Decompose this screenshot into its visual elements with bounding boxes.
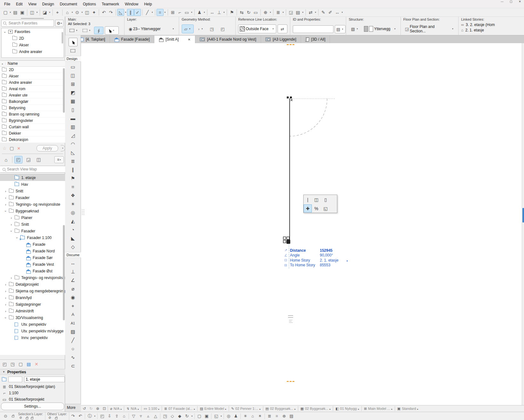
quick-option[interactable]: N/A <box>124 406 141 411</box>
object-tool[interactable]: ❖ <box>69 191 77 200</box>
search-favorites-input[interactable] <box>1 20 54 27</box>
favorites-list-row[interactable]: Akser <box>0 73 65 79</box>
orbit-icon[interactable]: ◎ <box>225 414 232 418</box>
layout-book-tab-icon[interactable]: ◲ <box>24 156 33 163</box>
copy-caret[interactable] <box>36 9 38 16</box>
composite-caret[interactable] <box>393 25 396 32</box>
box-closed-icon[interactable]: ▢ <box>196 414 203 418</box>
quick-option-caret[interactable] <box>225 407 226 410</box>
marquee-caret[interactable] <box>75 27 78 34</box>
guide-lines-icon[interactable]: ◺ <box>117 9 124 16</box>
layer-caret[interactable] <box>172 25 175 32</box>
quick-option-caret[interactable] <box>194 407 195 410</box>
quick-option-caret[interactable] <box>330 407 331 410</box>
expand-icon[interactable]: ⌄ <box>3 30 6 33</box>
grid-element-tool[interactable]: ◔ <box>69 225 77 234</box>
grid-display-icon[interactable]: ⊞ <box>169 9 176 16</box>
tree-scrollbar[interactable] <box>63 225 65 320</box>
floorplan-caret[interactable] <box>451 25 454 32</box>
level-dimension-icon[interactable]: ⊥ <box>216 9 223 16</box>
pet-move-option[interactable]: ✚ <box>304 204 312 212</box>
favorites-item[interactable]: 2D <box>2 35 64 42</box>
roof-tool[interactable]: ◿ <box>69 131 77 140</box>
layouting-caret[interactable] <box>301 9 304 16</box>
find-select-icon[interactable]: ⌖ <box>54 9 61 16</box>
quick-option-caret[interactable] <box>121 407 122 410</box>
frame-icon[interactable]: ▭ <box>183 9 190 16</box>
quick-option[interactable]: Entire Model <box>197 406 229 411</box>
expand-icon[interactable] <box>4 209 7 213</box>
quick-option[interactable]: Standard <box>395 406 421 411</box>
show-layers-caret[interactable] <box>81 9 84 16</box>
morph-tool[interactable]: ◺ <box>69 148 77 157</box>
delete-view-icon[interactable]: ✕ <box>35 362 38 367</box>
geometry-polygon-button[interactable]: ◰ <box>218 24 227 33</box>
quick-option[interactable]: N/A <box>108 406 124 411</box>
marquee-thin-caret[interactable] <box>88 27 91 34</box>
copy-settings-caret[interactable] <box>220 413 223 420</box>
window-tool[interactable]: ⊞ <box>69 80 77 88</box>
name-list-scrollbar[interactable] <box>63 68 65 113</box>
minimize-button[interactable]: — <box>500 0 504 3</box>
menu-item[interactable]: View <box>25 0 39 8</box>
drawing-canvas[interactable]: ∣ ◫ ▯ ✚ % ◱ ↗ Distance 152945 ∠ Angle 90… <box>81 43 522 405</box>
camera-tool[interactable]: ◭ <box>69 217 77 225</box>
refline-dropdown[interactable]: Outside Face <box>238 24 276 33</box>
visibility-swap-icon[interactable]: ⊙ <box>2 414 9 418</box>
undo-icon[interactable]: ↶ <box>100 9 107 16</box>
structure-display-caret[interactable] <box>282 9 285 16</box>
stair-tool[interactable]: ≣ <box>69 157 77 165</box>
drawing-manager-icon[interactable]: ▤ <box>294 9 301 16</box>
favorites-scrollbar[interactable] <box>62 32 63 43</box>
tracker-row-value[interactable]: 152945 <box>320 248 348 253</box>
tree-item[interactable]: Fasade Øst <box>0 268 65 274</box>
pickup-parameters-icon[interactable]: ◫ <box>84 9 91 16</box>
quick-option[interactable]: 02 Penner 1:... <box>229 406 263 411</box>
pet-stretch-option[interactable]: % <box>312 204 320 212</box>
tree-item[interactable]: Fasade Sør <box>0 254 65 261</box>
reserve-caret[interactable] <box>48 9 51 16</box>
tree-item[interactable]: Salgstegninger <box>0 301 65 308</box>
redo-icon[interactable]: ↷ <box>107 9 114 16</box>
apply-button[interactable]: Apply <box>37 145 58 151</box>
show-on-floorplan-icon[interactable]: ◰ <box>98 414 106 418</box>
zone-tool[interactable]: ⚑ <box>69 174 77 183</box>
arrow-tool-button[interactable] <box>105 26 119 35</box>
flip-button[interactable]: ⇄ <box>278 24 288 33</box>
quick-option-caret[interactable] <box>259 407 261 410</box>
tree-item[interactable]: Fasade Nord <box>0 248 65 254</box>
expand-icon[interactable] <box>4 296 7 300</box>
expand-icon[interactable] <box>4 283 7 286</box>
quick-option[interactable]: 02 Byggesøk... <box>298 406 333 411</box>
measure-icon[interactable]: ↔ <box>334 9 341 16</box>
quick-option-caret[interactable] <box>158 407 160 410</box>
tree-item[interactable]: 3D/Visualisering <box>0 314 65 321</box>
save-icon[interactable]: ▤ <box>12 9 19 16</box>
wheel-icon[interactable]: ✳ <box>242 414 249 418</box>
wall-tool[interactable]: ▭ <box>69 63 77 71</box>
tree-item[interactable]: Detaljprosjekt <box>0 281 65 288</box>
redo-small-icon[interactable]: ↷ <box>69 414 77 418</box>
snap-guides-icon[interactable]: ∥ <box>127 9 134 16</box>
tree-item[interactable]: Fasader <box>0 228 65 234</box>
expand-icon[interactable] <box>10 276 13 280</box>
story-up-icon[interactable]: ⇧ <box>113 414 120 418</box>
toolbox-more-button[interactable]: More <box>65 404 81 412</box>
polyline-tool[interactable]: ⊂ <box>69 362 77 370</box>
quick-option[interactable]: Main Model ... <box>361 406 395 411</box>
quick-option-caret[interactable] <box>295 407 296 410</box>
back-icon[interactable]: ↺ <box>81 406 88 411</box>
mesh-tool[interactable]: ⌗ <box>69 183 77 191</box>
search-view-map-input[interactable] <box>0 166 65 173</box>
inject-parameters-icon[interactable]: ✦ <box>91 9 97 16</box>
level-dimension-tool[interactable]: ⊥ <box>69 267 77 276</box>
angle-dimension-tool[interactable]: ∠ <box>69 276 77 284</box>
expand-icon[interactable] <box>10 223 13 226</box>
apply-dropdown[interactable] <box>61 145 65 151</box>
favorites-list-row[interactable]: Curtain wall <box>0 124 65 130</box>
tree-item[interactable]: Utv. perspektiv m/skygge <box>0 328 65 334</box>
guide-lines-caret[interactable] <box>124 9 127 16</box>
show-layers-icon[interactable]: ⊙ <box>74 9 81 16</box>
id-properties-button[interactable]: ▤ <box>335 25 346 33</box>
menu-item[interactable]: Teamwork <box>99 0 122 8</box>
